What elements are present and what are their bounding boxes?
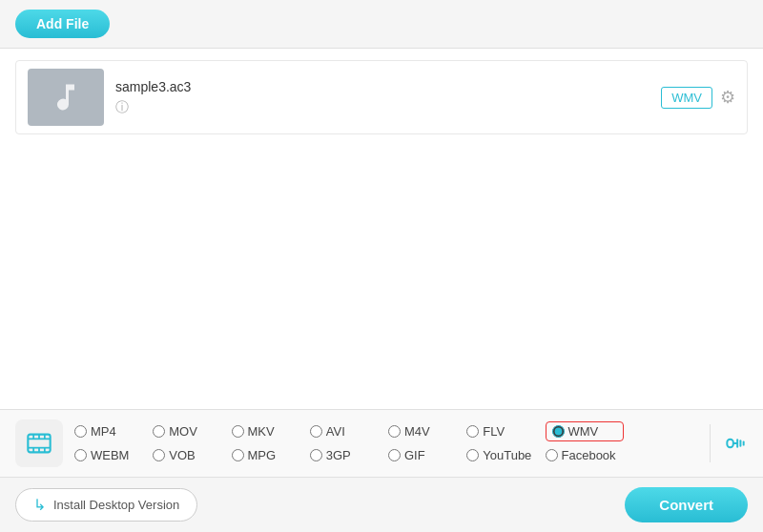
info-icon[interactable]: ⓘ [115,99,129,114]
file-name: sample3.ac3 [115,79,650,94]
toolbar: Add File [0,0,763,49]
format-panel: MP4 MOV MKV AVI M4V FLV WMV [0,409,763,477]
audio-icon [723,431,748,456]
format-option-m4v[interactable]: M4V [388,424,466,439]
format-option-mkv[interactable]: MKV [232,424,310,439]
format-option-webm[interactable]: WEBM [74,448,153,462]
format-option-wmv[interactable]: WMV [546,421,624,441]
format-option-youtube[interactable]: YouTube [466,448,545,462]
format-option-mpg[interactable]: MPG [232,448,310,462]
format-option-mp4[interactable]: MP4 [74,424,153,439]
add-file-button[interactable]: Add File [15,10,110,38]
format-option-3gp[interactable]: 3GP [310,448,388,462]
install-label: Install Desktop Version [53,498,179,512]
format-badge-button[interactable]: WMV [661,87,712,109]
convert-button[interactable]: Convert [625,487,748,522]
install-desktop-button[interactable]: ↳ Install Desktop Version [15,488,197,522]
audio-panel-icon[interactable] [710,424,748,462]
file-thumbnail [28,69,104,126]
file-actions: WMV ⚙ [661,87,735,109]
file-info: sample3.ac3 ⓘ [104,79,661,116]
settings-icon[interactable]: ⚙ [720,87,735,108]
file-item: sample3.ac3 ⓘ WMV ⚙ [15,60,748,134]
format-option-flv[interactable]: FLV [466,424,545,439]
file-list: sample3.ac3 ⓘ WMV ⚙ [0,49,763,409]
format-option-mov[interactable]: MOV [153,424,231,439]
format-option-gif[interactable]: GIF [388,448,466,462]
film-icon [26,430,52,457]
formats-grid: MP4 MOV MKV AVI M4V FLV WMV [74,421,702,465]
music-icon [49,80,83,114]
video-panel-icon[interactable] [15,419,63,467]
format-option-avi[interactable]: AVI [310,424,388,439]
format-option-facebook[interactable]: Facebook [546,448,624,462]
bottom-bar: ↳ Install Desktop Version Convert [0,477,763,532]
format-option-vob[interactable]: VOB [153,448,231,462]
download-icon: ↳ [33,496,46,514]
